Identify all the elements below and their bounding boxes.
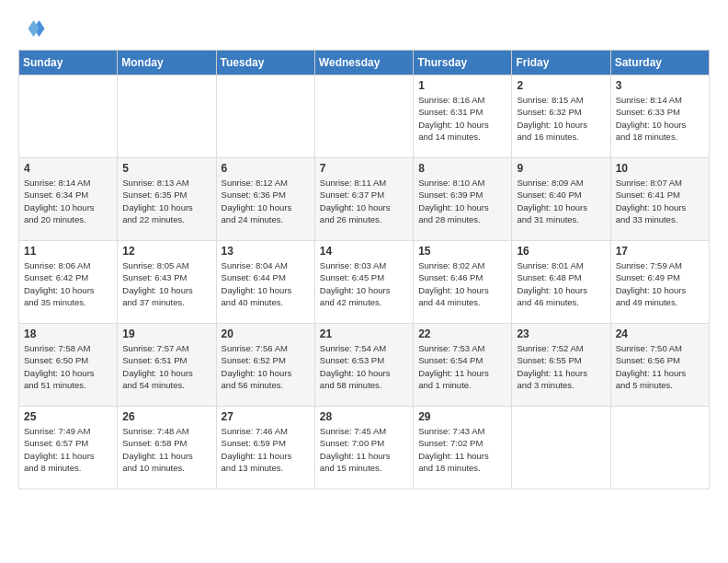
- day-number: 19: [122, 327, 210, 340]
- day-number: 20: [222, 327, 310, 340]
- day-number: 8: [418, 162, 506, 175]
- day-number: 17: [616, 245, 704, 258]
- calendar-cell: 12Sunrise: 8:05 AMSunset: 6:43 PMDayligh…: [118, 241, 216, 324]
- calendar-cell: 20Sunrise: 7:56 AMSunset: 6:52 PMDayligh…: [216, 324, 314, 407]
- logo-icon: [18, 15, 46, 42]
- day-header-thursday: Thursday: [414, 51, 512, 75]
- day-number: 5: [122, 162, 210, 175]
- day-header-wednesday: Wednesday: [314, 51, 413, 75]
- day-number: 28: [320, 410, 408, 423]
- day-info: Sunrise: 7:52 AMSunset: 6:55 PMDaylight:…: [517, 342, 605, 391]
- day-number: 11: [24, 245, 112, 258]
- calendar-cell: [216, 75, 314, 158]
- calendar-cell: [610, 407, 709, 489]
- calendar-cell: 13Sunrise: 8:04 AMSunset: 6:44 PMDayligh…: [216, 241, 314, 324]
- day-number: 22: [418, 327, 506, 340]
- calendar-cell: 16Sunrise: 8:01 AMSunset: 6:48 PMDayligh…: [512, 241, 610, 324]
- day-info: Sunrise: 7:46 AMSunset: 6:59 PMDaylight:…: [222, 425, 310, 474]
- day-info: Sunrise: 7:45 AMSunset: 7:00 PMDaylight:…: [320, 425, 408, 474]
- calendar-cell: 2Sunrise: 8:15 AMSunset: 6:32 PMDaylight…: [512, 75, 610, 158]
- day-header-saturday: Saturday: [610, 51, 709, 75]
- day-info: Sunrise: 7:59 AMSunset: 6:49 PMDaylight:…: [616, 259, 704, 308]
- calendar-cell: [118, 75, 216, 158]
- calendar-cell: 28Sunrise: 7:45 AMSunset: 7:00 PMDayligh…: [314, 407, 413, 489]
- day-number: 25: [24, 410, 112, 423]
- day-info: Sunrise: 8:16 AMSunset: 6:31 PMDaylight:…: [418, 94, 506, 143]
- day-info: Sunrise: 7:50 AMSunset: 6:56 PMDaylight:…: [616, 342, 704, 391]
- day-number: 14: [320, 245, 408, 258]
- calendar-cell: [512, 407, 610, 489]
- calendar-cell: 7Sunrise: 8:11 AMSunset: 6:37 PMDaylight…: [314, 158, 413, 241]
- day-info: Sunrise: 7:53 AMSunset: 6:54 PMDaylight:…: [418, 342, 506, 391]
- calendar-cell: 3Sunrise: 8:14 AMSunset: 6:33 PMDaylight…: [610, 75, 709, 158]
- days-header-row: SundayMondayTuesdayWednesdayThursdayFrid…: [19, 51, 710, 75]
- calendar-body: 1Sunrise: 8:16 AMSunset: 6:31 PMDaylight…: [19, 75, 710, 489]
- calendar-cell: [314, 75, 413, 158]
- day-info: Sunrise: 7:49 AMSunset: 6:57 PMDaylight:…: [24, 425, 112, 474]
- day-info: Sunrise: 7:56 AMSunset: 6:52 PMDaylight:…: [222, 342, 310, 391]
- day-number: 3: [616, 79, 704, 92]
- day-number: 18: [24, 327, 112, 340]
- day-header-tuesday: Tuesday: [216, 51, 314, 75]
- day-number: 2: [517, 79, 605, 92]
- day-number: 15: [418, 245, 506, 258]
- day-info: Sunrise: 8:05 AMSunset: 6:43 PMDaylight:…: [122, 259, 210, 308]
- day-info: Sunrise: 8:11 AMSunset: 6:37 PMDaylight:…: [320, 177, 408, 225]
- page-header: [18, 15, 710, 42]
- calendar-cell: 9Sunrise: 8:09 AMSunset: 6:40 PMDaylight…: [512, 158, 610, 241]
- day-header-friday: Friday: [512, 51, 610, 75]
- day-number: 4: [24, 162, 112, 175]
- calendar-cell: 15Sunrise: 8:02 AMSunset: 6:46 PMDayligh…: [414, 241, 512, 324]
- week-row-5: 25Sunrise: 7:49 AMSunset: 6:57 PMDayligh…: [19, 407, 710, 489]
- day-info: Sunrise: 8:14 AMSunset: 6:34 PMDaylight:…: [24, 177, 112, 225]
- calendar-cell: 29Sunrise: 7:43 AMSunset: 7:02 PMDayligh…: [414, 407, 512, 489]
- day-number: 7: [320, 162, 408, 175]
- day-number: 12: [122, 245, 210, 258]
- week-row-4: 18Sunrise: 7:58 AMSunset: 6:50 PMDayligh…: [19, 324, 710, 407]
- day-info: Sunrise: 7:58 AMSunset: 6:50 PMDaylight:…: [24, 342, 112, 391]
- day-number: 21: [320, 327, 408, 340]
- calendar-cell: 8Sunrise: 8:10 AMSunset: 6:39 PMDaylight…: [414, 158, 512, 241]
- day-header-sunday: Sunday: [19, 51, 118, 75]
- day-info: Sunrise: 7:43 AMSunset: 7:02 PMDaylight:…: [418, 425, 506, 474]
- calendar-cell: 1Sunrise: 8:16 AMSunset: 6:31 PMDaylight…: [414, 75, 512, 158]
- calendar-cell: 25Sunrise: 7:49 AMSunset: 6:57 PMDayligh…: [19, 407, 118, 489]
- calendar-cell: 4Sunrise: 8:14 AMSunset: 6:34 PMDaylight…: [19, 158, 118, 241]
- day-info: Sunrise: 7:57 AMSunset: 6:51 PMDaylight:…: [122, 342, 210, 391]
- day-info: Sunrise: 8:14 AMSunset: 6:33 PMDaylight:…: [616, 94, 704, 143]
- day-number: 1: [418, 79, 506, 92]
- calendar-cell: 18Sunrise: 7:58 AMSunset: 6:50 PMDayligh…: [19, 324, 118, 407]
- week-row-3: 11Sunrise: 8:06 AMSunset: 6:42 PMDayligh…: [19, 241, 710, 324]
- day-info: Sunrise: 8:02 AMSunset: 6:46 PMDaylight:…: [418, 259, 506, 308]
- day-info: Sunrise: 8:06 AMSunset: 6:42 PMDaylight:…: [24, 259, 112, 308]
- logo: [18, 15, 50, 42]
- calendar-cell: 10Sunrise: 8:07 AMSunset: 6:41 PMDayligh…: [610, 158, 709, 241]
- day-info: Sunrise: 8:13 AMSunset: 6:35 PMDaylight:…: [122, 177, 210, 225]
- calendar-cell: 24Sunrise: 7:50 AMSunset: 6:56 PMDayligh…: [610, 324, 709, 407]
- calendar-cell: 26Sunrise: 7:48 AMSunset: 6:58 PMDayligh…: [118, 407, 216, 489]
- day-number: 10: [616, 162, 704, 175]
- calendar-cell: 27Sunrise: 7:46 AMSunset: 6:59 PMDayligh…: [216, 407, 314, 489]
- calendar-cell: 23Sunrise: 7:52 AMSunset: 6:55 PMDayligh…: [512, 324, 610, 407]
- day-number: 16: [517, 245, 605, 258]
- calendar-cell: 5Sunrise: 8:13 AMSunset: 6:35 PMDaylight…: [118, 158, 216, 241]
- day-number: 9: [517, 162, 605, 175]
- day-number: 13: [222, 245, 310, 258]
- calendar-cell: 17Sunrise: 7:59 AMSunset: 6:49 PMDayligh…: [610, 241, 709, 324]
- calendar-cell: [19, 75, 118, 158]
- calendar-cell: 6Sunrise: 8:12 AMSunset: 6:36 PMDaylight…: [216, 158, 314, 241]
- calendar-cell: 14Sunrise: 8:03 AMSunset: 6:45 PMDayligh…: [314, 241, 413, 324]
- calendar-cell: 22Sunrise: 7:53 AMSunset: 6:54 PMDayligh…: [414, 324, 512, 407]
- day-info: Sunrise: 7:48 AMSunset: 6:58 PMDaylight:…: [122, 425, 210, 474]
- day-info: Sunrise: 8:15 AMSunset: 6:32 PMDaylight:…: [517, 94, 605, 143]
- day-number: 24: [616, 327, 704, 340]
- day-info: Sunrise: 8:07 AMSunset: 6:41 PMDaylight:…: [616, 177, 704, 225]
- day-number: 27: [222, 410, 310, 423]
- calendar-table: SundayMondayTuesdayWednesdayThursdayFrid…: [18, 50, 710, 489]
- day-header-monday: Monday: [118, 51, 216, 75]
- week-row-2: 4Sunrise: 8:14 AMSunset: 6:34 PMDaylight…: [19, 158, 710, 241]
- day-number: 6: [222, 162, 310, 175]
- day-info: Sunrise: 7:54 AMSunset: 6:53 PMDaylight:…: [320, 342, 408, 391]
- day-info: Sunrise: 8:03 AMSunset: 6:45 PMDaylight:…: [320, 259, 408, 308]
- day-info: Sunrise: 8:09 AMSunset: 6:40 PMDaylight:…: [517, 177, 605, 225]
